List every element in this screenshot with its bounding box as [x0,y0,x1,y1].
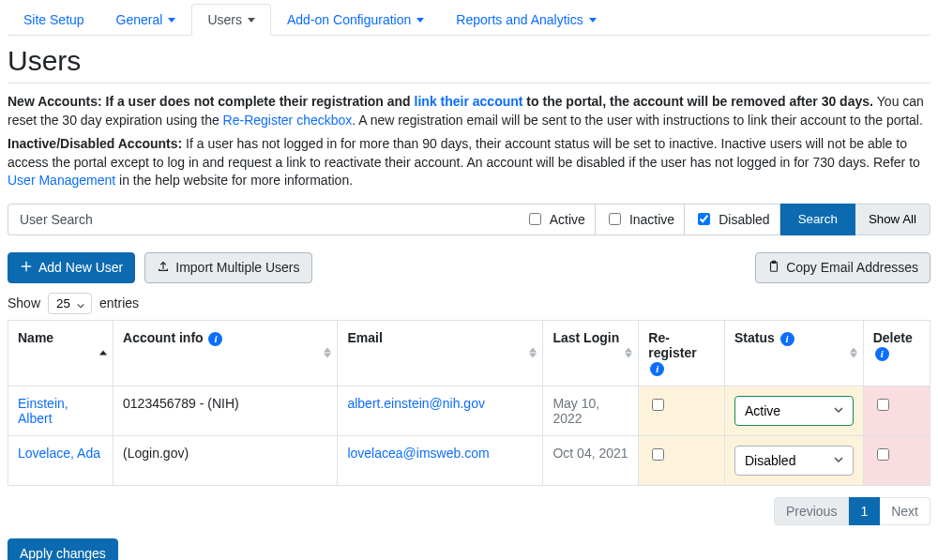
header-label: Account info [123,330,204,345]
text: . A new registration email will be sent … [352,113,923,128]
page-title: Users [8,45,930,77]
sort-icon [625,348,632,358]
tab-label: Site Setup [23,12,84,27]
plus-icon [20,260,33,276]
info-icon[interactable]: i [650,362,664,376]
button-label: Copy Email Addresses [786,260,918,275]
intro-text: New Accounts: If a user does not complet… [8,93,930,190]
info-icon[interactable]: i [208,332,222,346]
link-their-account-link[interactable]: link their account [415,94,523,109]
disabled-checkbox[interactable] [698,213,710,225]
last-login-cell: May 10, 2022 [543,386,639,435]
checkbox-label: Inactive [629,212,674,227]
tab-label: General [116,12,163,27]
checkbox-label: Active [550,212,585,227]
pagination: Previous 1 Next [8,497,930,525]
entries-select[interactable]: 25 [48,293,92,314]
user-name-link[interactable]: Lovelace, Ada [18,446,100,461]
user-name-link[interactable]: Einstein, Albert [18,396,68,426]
search-button[interactable]: Search [780,204,855,235]
col-delete-header: Delete i [863,320,930,386]
header-label: Status [734,330,775,345]
table-row: Einstein, Albert 0123456789 - (NIH) albe… [8,386,930,435]
inactive-checkbox[interactable] [609,213,621,225]
col-email-header[interactable]: Email [338,320,543,386]
divider [8,83,930,83]
header-label: Re-register [648,330,696,360]
status-select[interactable]: Disabled [734,446,854,476]
chevron-down-icon [416,18,424,23]
new-accounts-paragraph: New Accounts: If a user does not complet… [8,93,930,129]
users-table: Name Account info i Email Last Login Re-… [8,320,930,486]
header-label: Email [347,330,382,345]
tab-general[interactable]: General [100,4,192,36]
account-info-cell: (Login.gov) [113,435,338,485]
clipboard-icon [767,260,780,276]
delete-checkbox[interactable] [877,399,889,411]
tab-site-setup[interactable]: Site Setup [8,4,100,36]
pagination-page-1[interactable]: 1 [849,497,880,525]
col-account-info-header[interactable]: Account info i [113,320,338,386]
text: If a user does not complete their regist… [106,94,415,109]
col-last-login-header[interactable]: Last Login [543,320,639,386]
chevron-down-icon [248,18,255,23]
tab-addon-configuration[interactable]: Add-on Configuration [271,4,440,36]
pagination-previous[interactable]: Previous [774,497,849,525]
tab-reports-analytics[interactable]: Reports and Analytics [440,4,612,36]
new-accounts-label: New Accounts: [8,94,102,109]
apply-changes-button[interactable]: Apply changes [8,538,118,560]
search-input[interactable] [104,204,516,235]
add-new-user-button[interactable]: Add New User [8,252,135,283]
col-name-header[interactable]: Name [8,320,113,386]
filter-inactive[interactable]: Inactive [596,204,685,235]
svg-rect-2 [771,263,778,272]
tab-label: Users [207,12,242,27]
show-label: Show [8,295,40,310]
copy-email-addresses-button[interactable]: Copy Email Addresses [755,252,930,283]
col-status-header[interactable]: Status i [724,320,863,386]
reregister-checkbox[interactable] [652,399,664,411]
tab-label: Reports and Analytics [456,12,582,27]
sort-icon [99,351,107,356]
entries-control: Show 25 entries [8,293,930,314]
top-tabs: Site Setup General Users Add-on Configur… [8,4,930,36]
chevron-down-icon [589,18,597,23]
reregister-checkbox[interactable] [652,448,664,461]
inactive-label: Inactive/Disabled Accounts: [8,136,182,151]
sort-icon [324,348,331,358]
pagination-next[interactable]: Next [880,497,930,525]
user-email-link[interactable]: lovelacea@imsweb.com [347,446,489,461]
filter-disabled[interactable]: Disabled [685,204,779,235]
checkbox-label: Disabled [719,212,769,227]
header-label: Name [18,330,53,345]
show-all-button[interactable]: Show All [855,204,930,235]
info-icon[interactable]: i [875,347,889,361]
sort-icon [850,348,857,358]
chevron-down-icon [168,18,175,23]
button-label: Import Multiple Users [175,260,299,275]
user-email-link[interactable]: albert.einstein@nih.gov [347,396,485,411]
user-management-link[interactable]: User Management [8,173,115,188]
search-label: User Search [8,204,104,235]
tab-users[interactable]: Users [191,4,271,36]
account-info-cell: 0123456789 - (NIH) [113,386,338,435]
import-users-button[interactable]: Import Multiple Users [144,252,311,283]
footer-actions: Apply changes [8,538,930,560]
status-select[interactable]: Active [734,396,854,426]
header-label: Last Login [552,330,619,345]
toolbar: Add New User Import Multiple Users Copy … [8,252,930,283]
sort-icon [529,348,537,358]
info-icon[interactable]: i [780,332,794,346]
inactive-paragraph: Inactive/Disabled Accounts: If a user ha… [8,135,930,190]
active-checkbox[interactable] [529,213,541,225]
filter-active[interactable]: Active [516,204,596,235]
delete-checkbox[interactable] [877,448,889,461]
entries-suffix: entries [99,295,139,310]
col-reregister-header: Re-register i [639,320,725,386]
button-label: Add New User [38,260,123,275]
reregister-checkbox-link[interactable]: Re-Register checkbox [223,113,353,128]
tab-label: Add-on Configuration [287,12,411,27]
search-bar: User Search Active Inactive Disabled Sea… [8,204,930,235]
upload-icon [157,260,170,276]
table-row: Lovelace, Ada (Login.gov) lovelacea@imsw… [8,435,930,485]
